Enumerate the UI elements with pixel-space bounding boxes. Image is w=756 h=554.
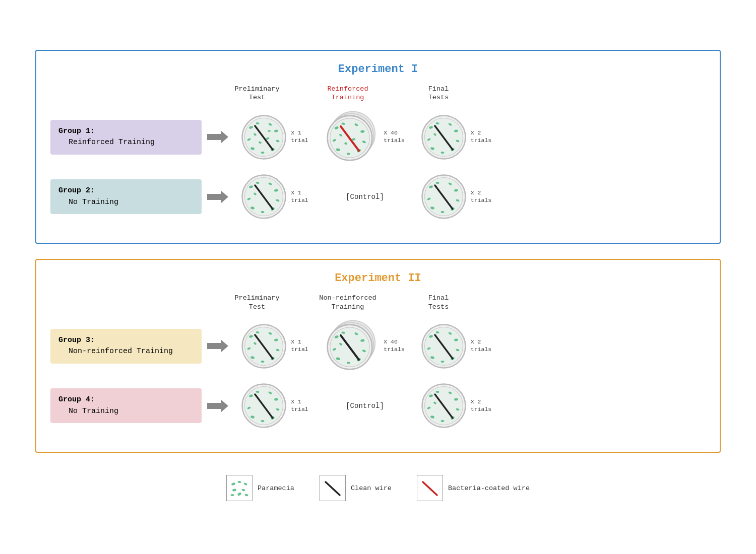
exp1-training-header: ReinforcedTraining — [297, 85, 398, 102]
group4-training-cell: [Control] — [314, 402, 415, 410]
svg-marker-73 — [207, 340, 228, 352]
exp1-prelim-header: PreliminaryTest — [217, 85, 297, 102]
group2-prelim-dish — [240, 173, 288, 221]
group4-final-cell: X 2 trials — [415, 382, 496, 430]
group1-training-trials: X 40 trials — [384, 129, 404, 145]
svg-marker-0 — [207, 131, 228, 143]
group2-row: Group 2: No Training — [50, 173, 706, 221]
group1-final-dish-wrapper: X 2 trials — [420, 113, 491, 161]
exp1-col-headers: PreliminaryTest ReinforcedTraining Final… — [50, 85, 706, 102]
svg-point-147 — [244, 494, 248, 497]
group4-prelim-cell: X 1 trial — [234, 382, 314, 430]
svg-point-146 — [230, 494, 234, 497]
group2-final-dish — [420, 173, 468, 221]
group4-label: Group 4: No Training — [50, 388, 202, 423]
legend-bacteria-wire-label: Bacteria-coated wire — [448, 484, 530, 492]
exp2-final-header: FinalTests — [398, 294, 479, 311]
legend-bacteria-wire-box — [417, 475, 443, 501]
group1-training-dish-wrapper: X 40 trials — [325, 109, 404, 165]
group2-name: Group 2: — [58, 185, 194, 197]
group4-final-dish — [420, 382, 468, 430]
svg-point-145 — [237, 492, 241, 496]
group3-prelim-dish — [240, 322, 288, 370]
group2-final-cell: X 2 trials — [415, 173, 496, 221]
group4-control-label: [Control] — [314, 402, 415, 410]
group3-row: Group 3: Non-reinforced Training — [50, 318, 706, 374]
group4-final-dish-wrapper: X 2 trials — [420, 382, 491, 430]
group2-arrow — [206, 189, 230, 204]
group4-prelim-trials: X 1 trial — [291, 398, 308, 413]
legend: Paramecia Clean wire Bacteria-coated wir… — [35, 472, 721, 504]
group3-prelim-cell: X 1 trial — [234, 322, 314, 370]
page-container: Experiment I PreliminaryTest ReinforcedT… — [25, 40, 731, 514]
group3-final-dish — [420, 322, 468, 370]
legend-clean-wire: Clean wire — [320, 475, 392, 501]
group2-desc: No Training — [58, 197, 194, 209]
exp2-prelim-header: PreliminaryTest — [217, 294, 297, 311]
svg-marker-114 — [207, 400, 228, 412]
group2-prelim-cell: X 1 trial — [234, 173, 314, 221]
exp2-title: Experiment II — [50, 272, 706, 285]
group2-final-dish-wrapper: X 2 trials — [420, 173, 491, 221]
svg-marker-47 — [207, 191, 228, 203]
group1-final-trials: X 2 trials — [471, 129, 491, 145]
group4-prelim-dish — [240, 382, 288, 430]
group3-final-cell: X 2 trials — [415, 322, 496, 370]
group1-prelim-dish — [240, 113, 288, 161]
group1-training-stacked — [325, 109, 381, 165]
experiment2-box: Experiment II PreliminaryTest Non-reinfo… — [35, 259, 721, 453]
legend-clean-wire-label: Clean wire — [351, 484, 392, 492]
group2-training-cell: [Control] — [314, 193, 415, 201]
group1-prelim-trials: X 1 trial — [291, 129, 308, 145]
group1-name: Group 1: — [58, 126, 194, 137]
svg-line-148 — [326, 482, 340, 495]
group3-training-trials: X 40 trials — [384, 338, 404, 354]
exp1-title: Experiment I — [50, 63, 706, 76]
group1-row: Group 1: Reinforced Training — [50, 109, 706, 165]
group3-final-dish-wrapper: X 2 trials — [420, 322, 491, 370]
group4-final-trials: X 2 trials — [471, 398, 491, 413]
legend-paramecia: Paramecia — [226, 475, 294, 501]
group3-prelim-dish-wrapper: X 1 trial — [240, 322, 308, 370]
group4-name: Group 4: — [58, 394, 194, 406]
group2-prelim-dish-wrapper: X 1 trial — [240, 173, 308, 221]
group2-label: Group 2: No Training — [50, 179, 202, 214]
group4-row: Group 4: No Training — [50, 382, 706, 430]
exp2-col-headers: PreliminaryTest Non-reinforcedTraining F… — [50, 294, 706, 311]
group1-training-cell: X 40 trials — [314, 109, 415, 165]
svg-point-141 — [237, 481, 241, 483]
group1-arrow — [206, 129, 230, 145]
group3-training-cell: X 40 trials — [314, 318, 415, 374]
group3-arrow — [206, 338, 230, 354]
svg-line-149 — [423, 482, 437, 495]
group3-final-trials: X 2 trials — [471, 338, 491, 354]
svg-point-140 — [231, 482, 235, 486]
exp2-training-header: Non-reinforcedTraining — [297, 294, 398, 311]
group1-desc: Reinforced Training — [58, 137, 194, 149]
group3-training-stacked — [325, 318, 381, 374]
group3-label: Group 3: Non-reinforced Training — [50, 329, 202, 364]
legend-clean-wire-box — [320, 475, 346, 501]
group1-label: Group 1: Reinforced Training — [50, 120, 202, 155]
legend-bacteria-wire: Bacteria-coated wire — [417, 475, 530, 501]
group3-prelim-trials: X 1 trial — [291, 338, 308, 354]
group2-final-trials: X 2 trials — [471, 189, 491, 204]
group1-final-dish — [420, 113, 468, 161]
legend-paramecia-box — [226, 475, 253, 501]
svg-point-142 — [243, 482, 247, 486]
group1-prelim-dish-wrapper: X 1 trial — [240, 113, 308, 161]
group4-desc: No Training — [58, 406, 194, 418]
legend-paramecia-label: Paramecia — [258, 484, 294, 492]
group1-prelim-cell: X 1 trial — [234, 113, 314, 161]
experiment1-box: Experiment I PreliminaryTest ReinforcedT… — [35, 50, 721, 244]
svg-point-143 — [232, 489, 237, 492]
group3-training-dish-wrapper: X 40 trials — [325, 318, 404, 374]
group3-desc: Non-reinforced Training — [58, 346, 194, 358]
group4-arrow — [206, 398, 230, 413]
svg-point-144 — [241, 489, 245, 492]
group3-name: Group 3: — [58, 335, 194, 347]
group1-final-cell: X 2 trials — [415, 113, 496, 161]
exp1-final-header: FinalTests — [398, 85, 479, 102]
group2-prelim-trials: X 1 trial — [291, 189, 308, 204]
group2-control-label: [Control] — [314, 193, 415, 201]
